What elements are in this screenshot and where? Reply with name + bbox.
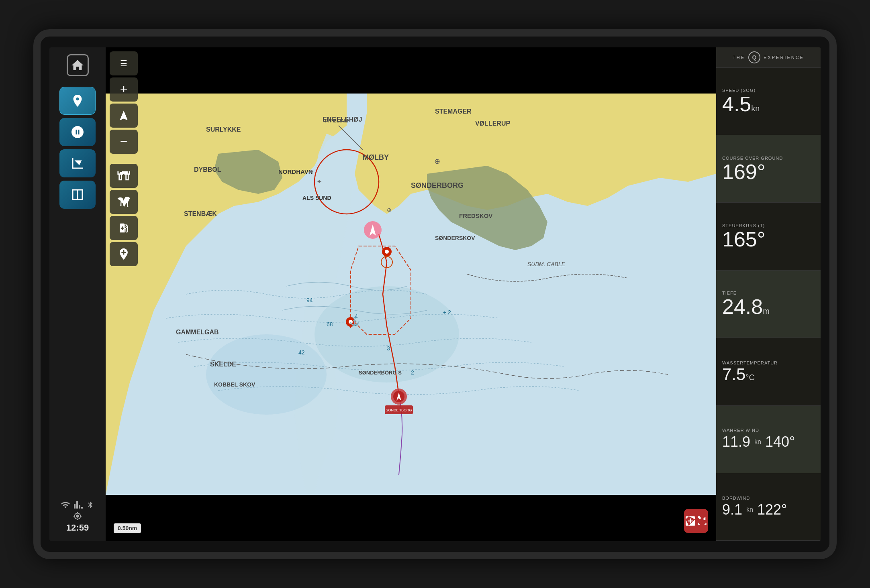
- true-wind-label: WAHRER WIND: [722, 428, 815, 433]
- svg-text:VØLLERUP: VØLLERUP: [475, 120, 510, 127]
- signal-area: 12:59: [61, 500, 94, 537]
- svg-text:3: 3: [387, 345, 390, 352]
- right-panel: THE Q EXPERIENCE SPEED (SOG) 4.5kn COURS…: [716, 47, 821, 541]
- map-toolbar: ☰ + −: [110, 51, 138, 266]
- svg-text:SKELDE: SKELDE: [210, 361, 236, 368]
- svg-text:⚓: ⚓: [349, 317, 359, 326]
- cog-label: COURSE OVER GROUND: [722, 156, 815, 161]
- sidebar-item-chart-dual[interactable]: [59, 181, 96, 209]
- svg-text:MØLBY: MØLBY: [363, 153, 389, 161]
- location-icon: [70, 94, 85, 108]
- fuel-button[interactable]: [110, 216, 138, 240]
- scale-bar: 0.50nm: [114, 523, 141, 533]
- navigate-button[interactable]: [110, 104, 138, 128]
- screen: 12:59 ☰ + −: [49, 47, 821, 541]
- menu-button[interactable]: ☰: [110, 51, 138, 75]
- zoom-center-button[interactable]: [684, 509, 708, 533]
- wifi-icon: [61, 500, 70, 510]
- svg-text:STEMAGER: STEMAGER: [435, 108, 472, 115]
- map-area[interactable]: ☰ + −: [106, 47, 716, 541]
- bird-button[interactable]: [110, 190, 138, 214]
- svg-text:ALS SUND: ALS SUND: [302, 195, 331, 201]
- temp-widget: WASSERTEMPERATUR 7.5°C: [716, 338, 821, 405]
- gps-icon: [73, 512, 82, 521]
- svg-text:✦: ✦: [308, 168, 314, 175]
- fuel-icon: [118, 222, 130, 234]
- svg-text:68: 68: [327, 321, 333, 328]
- nautical-chart: SUBM. CABLE PIPELINE SURLYKKE ENGELSHØJ …: [106, 47, 716, 541]
- svg-text:94: 94: [306, 297, 313, 303]
- zoom-out-button[interactable]: −: [110, 130, 138, 154]
- svg-text:+ 2: + 2: [443, 309, 451, 315]
- collapse-icon: [697, 514, 708, 528]
- svg-point-33: [385, 250, 389, 254]
- speed-value: 4.5kn: [722, 94, 815, 114]
- svg-text:SUBM. CABLE: SUBM. CABLE: [527, 261, 566, 267]
- svg-text:⊕: ⊕: [387, 207, 392, 213]
- svg-text:NORDHAVN: NORDHAVN: [278, 168, 313, 175]
- steuerkurs-value: 165°: [722, 229, 815, 250]
- cog-widget: COURSE OVER GROUND 169°: [716, 135, 821, 203]
- svg-text:SØNDERBORG S: SØNDERBORG S: [359, 370, 402, 376]
- apparent-wind-values: 9.1 kn 122°: [722, 501, 815, 518]
- signal-row: [61, 500, 94, 510]
- svg-text:SURLYKKE: SURLYKKE: [206, 126, 241, 133]
- svg-text:KOBBEL SKOV: KOBBEL SKOV: [214, 381, 255, 388]
- zoom-in-button[interactable]: +: [110, 77, 138, 102]
- time-display: 12:59: [66, 523, 89, 533]
- add-waypoint-icon: [117, 247, 131, 261]
- true-wind-values: 11.9 kn 140°: [722, 433, 815, 450]
- binoculars-icon: [117, 169, 131, 183]
- signal-bars-icon: [74, 500, 83, 510]
- true-wind-widget: WAHRER WIND 11.9 kn 140°: [716, 406, 821, 473]
- home-icon: [67, 54, 89, 76]
- speed-icon: [70, 125, 85, 139]
- bluetooth-icon: [86, 501, 94, 509]
- binoculars-button[interactable]: [110, 164, 138, 188]
- zoom-center-icon: [684, 513, 697, 529]
- home-button[interactable]: [61, 51, 94, 79]
- svg-text:GAMMELGAB: GAMMELGAB: [176, 329, 219, 336]
- svg-text:FREDSKOV: FREDSKOV: [459, 212, 492, 219]
- speed-widget: SPEED (SOG) 4.5kn: [716, 68, 821, 135]
- svg-text:42: 42: [298, 349, 305, 356]
- tiefe-widget: TIEFE 24.8m: [716, 271, 821, 338]
- svg-text:ENGELSHØJ: ENGELSHØJ: [323, 116, 362, 123]
- apparent-wind-widget: BORDWIND 9.1 kn 122°: [716, 473, 821, 541]
- chart-overlay-icon: [70, 156, 85, 171]
- tiefe-value: 24.8m: [722, 296, 815, 317]
- sidebar-item-chart-overlay[interactable]: [59, 149, 96, 177]
- steuerkurs-widget: STEUERKURS (T) 165°: [716, 203, 821, 270]
- svg-text:✦: ✦: [317, 178, 322, 185]
- svg-text:DYBBOL: DYBBOL: [194, 166, 221, 173]
- svg-text:2: 2: [411, 369, 414, 376]
- svg-text:⊕: ⊕: [434, 157, 440, 165]
- left-sidebar: 12:59: [49, 47, 106, 541]
- brand-logo: Q: [748, 51, 760, 63]
- cog-value: 169°: [722, 161, 815, 182]
- sidebar-item-speed[interactable]: [59, 118, 96, 146]
- bird-icon: [117, 195, 131, 209]
- brand-header: THE Q EXPERIENCE: [716, 47, 821, 68]
- svg-text:SONDERBORG: SONDERBORG: [386, 408, 412, 412]
- svg-text:STENBÆK: STENBÆK: [184, 210, 217, 217]
- add-waypoint-button[interactable]: [110, 242, 138, 266]
- svg-text:SØNDERSKOV: SØNDERSKOV: [435, 235, 475, 241]
- svg-point-2: [206, 334, 327, 415]
- apparent-wind-label: BORDWIND: [722, 496, 815, 501]
- svg-text:SØNDERBORG: SØNDERBORG: [411, 181, 464, 189]
- sidebar-item-location[interactable]: [59, 87, 96, 115]
- temp-value: 7.5°C: [722, 366, 815, 383]
- chart-dual-icon: [70, 187, 85, 202]
- navigate-icon: [118, 110, 130, 122]
- device-frame: 12:59 ☰ + −: [33, 29, 837, 559]
